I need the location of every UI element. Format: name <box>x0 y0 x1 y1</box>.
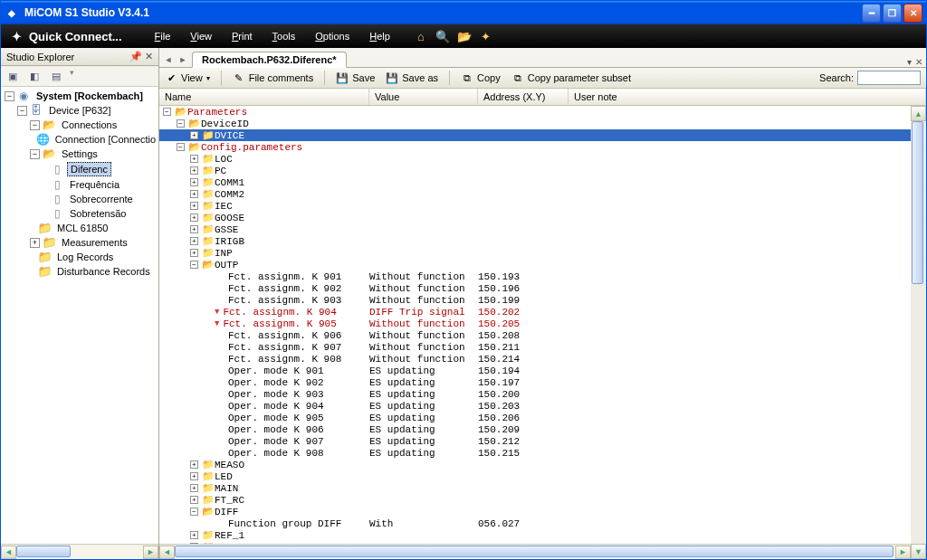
main-vscroll[interactable]: ▲▼ <box>911 106 926 559</box>
grid-row[interactable]: +📁COMM1 <box>159 176 911 188</box>
grid-row[interactable]: Fct. assignm. K 907Without function150.2… <box>159 341 911 353</box>
grid-row[interactable]: Oper. mode K 906ES updating150.209 <box>159 423 911 435</box>
row-toggle[interactable]: − <box>177 143 185 151</box>
row-toggle[interactable]: + <box>190 155 198 163</box>
tree-sobret[interactable]: Sobretensão <box>67 207 129 220</box>
grid-row[interactable]: +📁LOC <box>159 153 911 165</box>
tree-mcl[interactable]: MCL 61850 <box>54 222 110 234</box>
grid-row[interactable]: Function group DIFFWith056.027 <box>159 517 911 529</box>
tree-log[interactable]: Log Records <box>54 251 116 263</box>
grid-row[interactable]: +📁FT_RC <box>159 494 911 506</box>
grid-row[interactable]: ▼Fct. assignm. K 904DIFF Trip signal150.… <box>159 306 911 318</box>
tree-freq[interactable]: Frequência <box>67 178 122 191</box>
row-toggle[interactable]: + <box>190 484 198 492</box>
grid-row[interactable]: +📁COMM2 <box>159 188 911 200</box>
row-toggle[interactable]: + <box>190 237 198 245</box>
row-toggle[interactable]: + <box>190 472 198 480</box>
tb-icon-2[interactable]: ◧ <box>26 68 43 84</box>
copy-subset-button[interactable]: ⧉Copy parameter subset <box>511 71 631 84</box>
col-addr[interactable]: Address (X.Y) <box>478 89 569 105</box>
row-toggle[interactable]: + <box>190 249 198 257</box>
col-value[interactable]: Value <box>369 89 478 105</box>
pin-icon[interactable]: 📌 ✕ <box>129 51 153 62</box>
save-button[interactable]: 💾Save <box>336 71 375 84</box>
close-button[interactable]: ✕ <box>903 4 922 23</box>
open-folder-icon[interactable]: 📂 <box>457 29 472 43</box>
search-input[interactable] <box>857 71 921 85</box>
grid-row[interactable]: +📁MAIN <box>159 482 911 494</box>
grid-row[interactable]: Fct. assignm. K 903Without function150.1… <box>159 294 911 306</box>
menu-options[interactable]: Options <box>306 27 358 45</box>
grid-row[interactable]: +📁MEASO <box>159 459 911 470</box>
row-toggle[interactable]: + <box>190 225 198 233</box>
row-toggle[interactable]: − <box>190 508 198 516</box>
row-toggle[interactable]: + <box>190 131 198 139</box>
file-comments-button[interactable]: ✎File comments <box>233 71 314 84</box>
grid-row[interactable]: −📂OUTP <box>159 259 911 271</box>
tab-next[interactable]: ► <box>177 52 188 67</box>
row-toggle[interactable]: − <box>190 261 198 269</box>
tab-active[interactable]: Rockembach.P632.Diferenc* <box>192 52 347 68</box>
tree-sobrec[interactable]: Sobrecorrente <box>67 193 136 205</box>
grid-row[interactable]: −📂Parameters <box>159 106 911 118</box>
grid-row[interactable]: Oper. mode K 905ES updating150.206 <box>159 412 911 423</box>
tb-icon-1[interactable]: ▣ <box>5 68 21 84</box>
tree-diferenc[interactable]: Diferenc <box>67 162 111 176</box>
tree-toggle[interactable]: − <box>30 149 40 159</box>
tree-meas[interactable]: Measurements <box>59 236 130 249</box>
tab-menu[interactable]: ▾ <box>907 57 912 67</box>
tree-toggle[interactable]: + <box>30 238 40 248</box>
grid-row[interactable]: +📁INP <box>159 247 911 259</box>
grid-row[interactable]: Fct. assignm. K 901Without function150.1… <box>159 271 911 282</box>
maximize-button[interactable]: ❐ <box>883 4 902 23</box>
view-button[interactable]: ✔View ▾ <box>165 71 210 84</box>
main-hscroll[interactable]: ◄► <box>159 544 911 559</box>
tree-toggle[interactable]: − <box>30 120 40 130</box>
home-icon[interactable]: ⌂ <box>414 29 428 43</box>
tree-dist[interactable]: Disturbance Records <box>54 265 153 278</box>
row-toggle[interactable]: + <box>190 190 198 198</box>
tree-system[interactable]: System [Rockembach] <box>33 90 146 102</box>
row-toggle[interactable]: − <box>163 108 171 116</box>
grid-row[interactable]: +📁REF_1 <box>159 529 911 541</box>
col-name[interactable]: Name <box>159 89 369 105</box>
menu-help[interactable]: Help <box>360 27 399 45</box>
grid-row[interactable]: −📂DIFF <box>159 506 911 517</box>
col-note[interactable]: User note <box>569 89 926 105</box>
grid-row[interactable]: Oper. mode K 902ES updating150.197 <box>159 376 911 388</box>
grid-row[interactable]: +📁GSSE <box>159 223 911 235</box>
search-icon[interactable]: 🔍 <box>435 29 450 43</box>
grid-row[interactable]: −📂Config.parameters <box>159 141 911 153</box>
tree-toggle[interactable]: − <box>17 106 27 116</box>
tab-prev[interactable]: ◄ <box>163 52 174 67</box>
menu-tools[interactable]: Tools <box>263 27 305 45</box>
row-toggle[interactable]: + <box>190 460 198 469</box>
tree-device[interactable]: Device [P632] <box>46 104 113 117</box>
grid-row[interactable]: ▼Fct. assignm. K 905Without function150.… <box>159 318 911 329</box>
tree-toggle[interactable]: − <box>5 91 14 101</box>
menu-view[interactable]: View <box>181 27 221 45</box>
sidebar-hscroll[interactable]: ◄► <box>1 544 158 559</box>
tree-conn-item[interactable]: Connection [Connectio <box>53 133 158 146</box>
row-toggle[interactable]: + <box>190 202 198 210</box>
menu-file[interactable]: File <box>146 27 180 45</box>
grid-row[interactable]: Fct. assignm. K 902Without function150.1… <box>159 282 911 294</box>
row-toggle[interactable]: + <box>190 178 198 186</box>
quick-connect-button[interactable]: ✦ Quick Connect... <box>5 28 129 45</box>
menu-print[interactable]: Print <box>223 27 262 45</box>
copy-button[interactable]: ⧉Copy <box>461 71 501 84</box>
grid-row[interactable]: Oper. mode K 908ES updating150.215 <box>159 447 911 459</box>
grid-body[interactable]: −📂Parameters−📂DeviceID+📁DVICE−📂Config.pa… <box>159 106 911 544</box>
row-toggle[interactable]: + <box>190 531 198 539</box>
row-toggle[interactable]: + <box>190 214 198 222</box>
tab-close[interactable]: ✕ <box>915 57 922 67</box>
tree-connections[interactable]: Connections <box>59 119 119 131</box>
grid-row[interactable]: Oper. mode K 903ES updating150.200 <box>159 388 911 400</box>
tb-icon-3[interactable]: ▤ <box>48 68 64 84</box>
grid-row[interactable]: Fct. assignm. K 906Without function150.2… <box>159 329 911 341</box>
grid-row[interactable]: +📁PC <box>159 165 911 176</box>
row-toggle[interactable]: + <box>190 166 198 175</box>
grid-row[interactable]: −📂DeviceID <box>159 118 911 129</box>
tree-settings[interactable]: Settings <box>59 147 100 160</box>
minimize-button[interactable]: ━ <box>862 4 881 23</box>
